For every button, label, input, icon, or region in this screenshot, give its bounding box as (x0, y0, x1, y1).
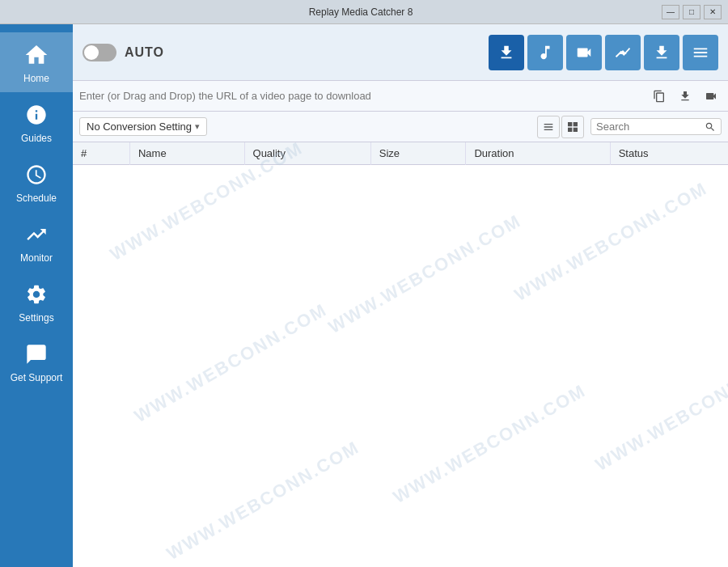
sidebar-label-guides: Guides (21, 133, 52, 144)
list-view-button[interactable] (537, 116, 560, 138)
guides-icon (22, 100, 51, 129)
grid-view-button[interactable] (561, 116, 584, 138)
app-title: Replay Media Catcher 8 (60, 6, 662, 18)
video-button[interactable] (566, 35, 602, 70)
col-quality: Quality (244, 142, 370, 165)
col-status: Status (610, 142, 728, 165)
content-area: # Name Quality Size Duration Status WWW.… (73, 142, 728, 567)
home-icon (22, 40, 51, 70)
conversion-label: No Conversion Setting (87, 121, 192, 133)
auto-label: AUTO (125, 45, 164, 60)
sidebar-item-home[interactable]: Home (0, 32, 73, 92)
col-number: # (73, 142, 129, 165)
monitor-icon (22, 220, 51, 249)
menu-button[interactable] (683, 35, 718, 70)
schedule-icon (22, 160, 51, 189)
url-record-button[interactable] (700, 86, 722, 107)
copy-icon (653, 90, 666, 103)
tools-icon (614, 44, 632, 61)
sidebar-label-monitor: Monitor (20, 252, 53, 264)
toolbar-buttons (489, 35, 718, 70)
url-input[interactable] (79, 90, 644, 102)
url-bar (73, 81, 728, 112)
auto-toggle[interactable] (83, 44, 116, 61)
sidebar-item-monitor[interactable]: Monitor (0, 212, 73, 272)
watermark-overlay: WWW.WEBCONN.COM WWW.WEBCONN.COM WWW.WEBC… (73, 142, 728, 567)
search-icon (705, 121, 716, 133)
second-toolbar: No Conversion Setting ▾ (73, 112, 728, 142)
watermark-4: WWW.WEBCONN.COM (390, 380, 590, 508)
col-duration: Duration (466, 142, 610, 165)
col-size: Size (370, 142, 466, 165)
sidebar: Home Guides Schedule (0, 24, 73, 567)
app-body: Home Guides Schedule (0, 24, 728, 567)
url-record-icon (705, 90, 717, 103)
list-view-icon (542, 121, 555, 133)
settings-icon (22, 280, 51, 309)
download-button[interactable] (489, 35, 524, 70)
search-box (590, 118, 722, 135)
window-controls: — □ ✕ (662, 5, 722, 19)
url-copy-button[interactable] (649, 86, 670, 107)
tools-button[interactable] (605, 35, 641, 70)
save-icon (653, 44, 671, 61)
view-toggles (537, 116, 584, 138)
download-icon (497, 44, 515, 61)
support-icon (22, 340, 51, 369)
maximize-button[interactable]: □ (683, 5, 700, 19)
sidebar-item-settings[interactable]: Settings (0, 272, 73, 332)
watermark-7: WWW.WEBCONN.COM (592, 348, 728, 476)
url-download-button[interactable] (675, 86, 696, 107)
minimize-button[interactable]: — (662, 5, 679, 19)
search-input[interactable] (596, 121, 701, 133)
search-submit-button[interactable] (705, 121, 716, 133)
sidebar-label-settings: Settings (19, 312, 53, 324)
video-icon (575, 44, 593, 61)
watermark-6: WWW.WEBCONN.COM (163, 437, 363, 565)
grid-view-icon (566, 121, 579, 133)
title-bar: Replay Media Catcher 8 — □ ✕ (0, 0, 728, 24)
close-button[interactable]: ✕ (704, 5, 722, 19)
downloads-table: # Name Quality Size Duration Status (73, 142, 728, 165)
menu-icon (692, 44, 709, 61)
sidebar-item-guides[interactable]: Guides (0, 92, 73, 152)
conversion-dropdown[interactable]: No Conversion Setting ▾ (79, 117, 207, 136)
music-icon (536, 44, 554, 61)
sidebar-label-schedule: Schedule (16, 193, 57, 204)
dropdown-arrow: ▾ (195, 121, 200, 132)
top-toolbar: AUTO (73, 24, 728, 81)
toggle-knob (84, 45, 99, 60)
save-button[interactable] (644, 35, 679, 70)
url-download-icon (679, 90, 692, 103)
sidebar-item-get-support[interactable]: Get Support (0, 332, 73, 391)
watermark-2: WWW.WEBCONN.COM (325, 210, 525, 338)
sidebar-label-get-support: Get Support (11, 372, 63, 383)
sidebar-label-home: Home (23, 73, 49, 84)
watermark-3: WWW.WEBCONN.COM (131, 299, 331, 427)
col-name: Name (129, 142, 244, 165)
main-content: AUTO (73, 24, 728, 567)
watermark-5: WWW.WEBCONN.COM (511, 178, 711, 306)
table-header-row: # Name Quality Size Duration Status (73, 142, 728, 165)
sidebar-item-schedule[interactable]: Schedule (0, 152, 73, 212)
music-button[interactable] (527, 35, 563, 70)
